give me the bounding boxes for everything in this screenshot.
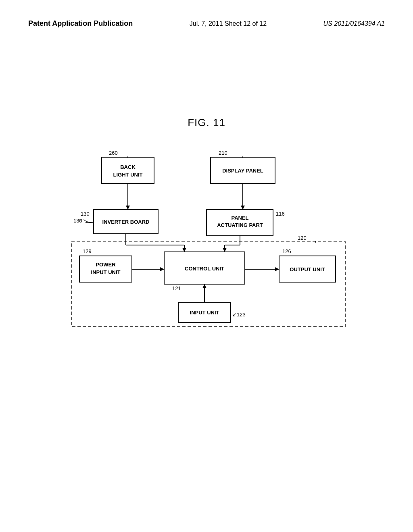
inverter-board-ref: 130	[81, 211, 90, 217]
diagram-container: BACK LIGHT UNIT 260 DISPLAY PANEL 210 IN…	[49, 145, 364, 339]
input-unit-ref: ↙123	[232, 312, 246, 318]
arrow-inverter-to-control-head	[182, 248, 186, 252]
display-panel-ref: 210	[219, 150, 227, 156]
date-sheet-label: Jul. 7, 2011 Sheet 12 of 12	[190, 20, 267, 27]
arrow-power-to-control-head	[160, 267, 164, 271]
power-input-text1: POWER	[96, 262, 116, 268]
control-unit-text: CONTROL UNIT	[185, 266, 224, 272]
page: Patent Application Publication Jul. 7, 2…	[0, 0, 413, 532]
back-light-unit-text1: BACK	[120, 164, 136, 170]
inverter-brace-ref: 130	[73, 218, 82, 224]
back-light-ref: 260	[109, 150, 118, 156]
arrow-control-to-output-head	[275, 267, 279, 271]
back-light-unit-block	[102, 157, 154, 183]
arrow-display-to-panel-head	[241, 206, 245, 210]
header: Patent Application Publication Jul. 7, 2…	[0, 0, 413, 28]
arrow-panel-to-control-head	[223, 248, 227, 252]
publication-label: Patent Application Publication	[28, 19, 133, 28]
inverter-brace-path	[83, 220, 92, 222]
panel-actuating-ref: 116	[276, 211, 285, 217]
figure-title: FIG. 11	[0, 116, 413, 129]
input-unit-text: INPUT UNIT	[190, 310, 219, 316]
panel-actuating-text1: PANEL	[231, 215, 248, 221]
inverter-board-text: INVERTER BOARD	[102, 219, 149, 225]
arrow-input-to-control-head	[202, 284, 206, 288]
diagram-svg: BACK LIGHT UNIT 260 DISPLAY PANEL 210 IN…	[49, 145, 364, 339]
arrow-backlight-to-inverter-head	[126, 206, 130, 210]
patent-number-label: US 2011/0164394 A1	[323, 20, 385, 27]
power-input-ref: 129	[83, 248, 92, 254]
output-unit-ref: 126	[282, 248, 291, 254]
panel-actuating-text2: ACTUATING PART	[217, 222, 263, 228]
display-panel-text: DISPLAY PANEL	[222, 168, 263, 174]
output-unit-text: OUTPUT UNIT	[290, 266, 325, 272]
back-light-unit-text2: LIGHT UNIT	[113, 172, 143, 178]
outer-box-ref: 120	[298, 235, 307, 241]
power-input-text2: INPUT UNIT	[91, 269, 121, 275]
control-unit-ref: 121	[172, 285, 181, 291]
